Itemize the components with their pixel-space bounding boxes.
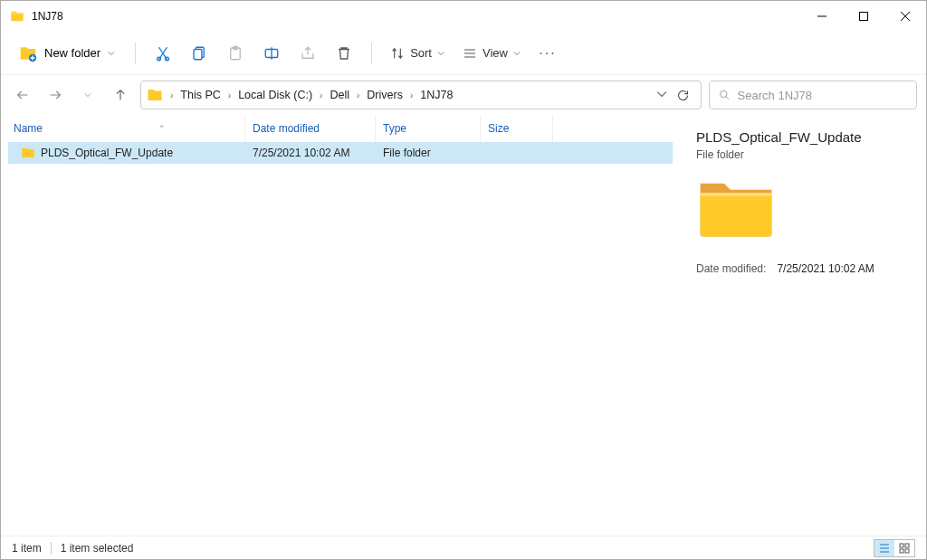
file-date: 7/25/2021 10:02 AM — [245, 147, 376, 159]
refresh-icon[interactable] — [676, 89, 690, 102]
window-title: 1NJ78 — [32, 10, 801, 23]
file-name: PLDS_Optical_FW_Update — [41, 147, 173, 159]
details-modified: Date modified: 7/25/2021 10:02 AM — [696, 262, 910, 275]
modified-value: 7/25/2021 10:02 AM — [777, 262, 874, 275]
divider — [51, 542, 52, 555]
share-button[interactable] — [291, 37, 324, 70]
title-bar: 1NJ78 — [1, 1, 926, 32]
folder-icon — [21, 146, 35, 160]
status-item-count: 1 item — [12, 542, 42, 555]
chevron-down-icon — [108, 50, 115, 57]
paste-button[interactable] — [219, 37, 252, 70]
modified-label: Date modified: — [696, 262, 766, 275]
divider — [371, 43, 372, 64]
chevron-down-icon — [513, 50, 521, 57]
search-icon — [719, 89, 731, 101]
rename-button[interactable] — [255, 37, 288, 70]
maximize-button[interactable] — [843, 1, 884, 32]
details-subtitle: File folder — [696, 148, 910, 161]
forward-button[interactable] — [43, 82, 68, 108]
minimize-button[interactable] — [801, 1, 843, 32]
view-toggle — [874, 539, 915, 557]
cut-button[interactable] — [147, 37, 179, 70]
status-selection: 1 item selected — [61, 542, 134, 555]
column-type[interactable]: Type — [376, 115, 481, 142]
close-button[interactable] — [884, 1, 926, 32]
details-pane: PLDS_Optical_FW_Update File folder Date … — [680, 115, 926, 536]
more-button[interactable]: ··· — [531, 37, 564, 70]
copy-button[interactable] — [183, 37, 215, 70]
column-name[interactable]: Name⌃ — [14, 115, 245, 142]
details-view-button[interactable] — [874, 540, 894, 556]
new-folder-button[interactable]: New folder — [10, 39, 124, 68]
view-button[interactable]: View — [455, 46, 528, 61]
view-label: View — [483, 46, 508, 60]
svg-rect-5 — [194, 49, 202, 59]
divider — [135, 43, 136, 64]
recent-dropdown[interactable] — [75, 82, 100, 108]
svg-rect-0 — [860, 13, 868, 21]
breadcrumb-item[interactable]: This PC — [177, 85, 224, 105]
svg-rect-13 — [905, 549, 909, 553]
breadcrumb-item[interactable]: Drivers — [363, 85, 406, 105]
sort-ascending-icon: ⌃ — [158, 124, 166, 133]
svg-rect-11 — [905, 544, 909, 547]
toolbar: New folder Sort View ··· — [1, 32, 926, 75]
chevron-right-icon[interactable]: › — [168, 90, 175, 100]
column-size[interactable]: Size — [481, 115, 553, 142]
file-pane: Name⌃ Date modified Type Size PLDS_Optic… — [1, 115, 680, 536]
column-date-modified[interactable]: Date modified — [245, 115, 376, 142]
chevron-right-icon[interactable]: › — [226, 90, 233, 100]
status-bar: 1 item 1 item selected — [1, 536, 926, 559]
nav-row: › This PC › Local Disk (C:) › Dell › Dri… — [1, 75, 926, 115]
file-type: File folder — [376, 147, 481, 159]
sort-button[interactable]: Sort — [383, 46, 452, 61]
folder-icon — [10, 9, 24, 24]
chevron-right-icon[interactable]: › — [408, 90, 415, 100]
up-button[interactable] — [108, 82, 133, 108]
chevron-right-icon[interactable]: › — [318, 90, 324, 100]
folder-icon — [147, 87, 163, 103]
sort-icon — [390, 46, 405, 61]
svg-rect-10 — [900, 544, 903, 547]
address-bar[interactable]: › This PC › Local Disk (C:) › Dell › Dri… — [140, 81, 702, 109]
new-folder-icon — [19, 44, 37, 62]
delete-button[interactable] — [328, 37, 360, 70]
column-headers: Name⌃ Date modified Type Size — [1, 115, 680, 142]
folder-large-icon — [696, 176, 776, 239]
chevron-down-icon — [437, 50, 444, 57]
sort-label: Sort — [410, 46, 432, 60]
chevron-right-icon[interactable]: › — [355, 90, 361, 100]
breadcrumb-item[interactable]: Dell — [326, 85, 353, 105]
chevron-down-icon[interactable] — [656, 89, 667, 100]
svg-point-9 — [721, 90, 727, 97]
svg-rect-12 — [900, 549, 903, 553]
back-button[interactable] — [10, 82, 35, 108]
thumbnails-view-button[interactable] — [894, 540, 914, 556]
file-row[interactable]: PLDS_Optical_FW_Update 7/25/2021 10:02 A… — [8, 142, 673, 164]
breadcrumb-item[interactable]: 1NJ78 — [416, 85, 456, 105]
search-input[interactable] — [738, 89, 907, 102]
new-folder-label: New folder — [44, 46, 100, 60]
content-area: Name⌃ Date modified Type Size PLDS_Optic… — [1, 115, 926, 536]
breadcrumb-item[interactable]: Local Disk (C:) — [234, 85, 316, 105]
view-icon — [463, 46, 477, 61]
search-box[interactable] — [709, 81, 917, 109]
details-title: PLDS_Optical_FW_Update — [696, 129, 910, 145]
